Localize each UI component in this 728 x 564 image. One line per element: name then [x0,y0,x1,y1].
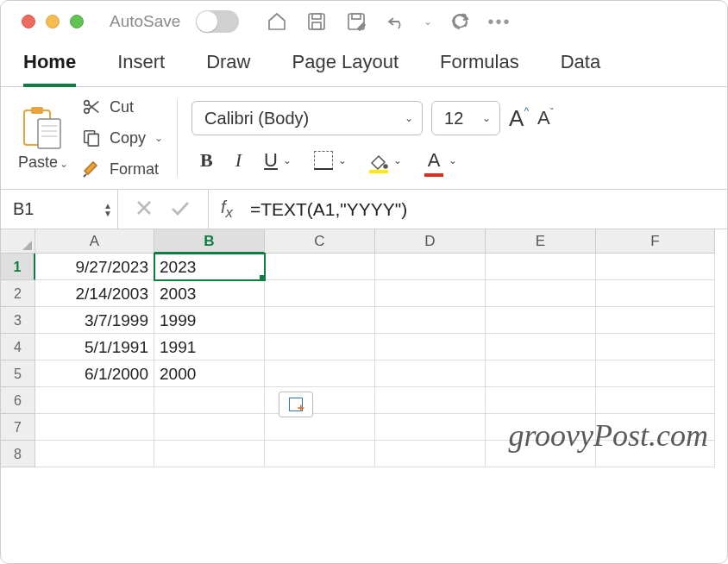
cell[interactable]: 2000 [154,360,265,387]
row-header[interactable]: 5 [1,360,35,387]
cell[interactable] [596,360,715,387]
tab-insert[interactable]: Insert [117,51,165,86]
fx-label[interactable]: fx [209,197,245,222]
decrease-font-icon[interactable]: Aˇ [537,107,554,129]
cell[interactable] [596,334,715,360]
maximize-window[interactable] [70,15,84,28]
cell[interactable] [486,307,596,334]
row-header[interactable]: 1 [1,254,35,280]
underline-button[interactable]: U ⌄ [264,149,292,172]
cell[interactable] [375,280,486,307]
home-icon[interactable] [265,9,289,34]
font-color-button[interactable]: A ⌄ [424,149,457,172]
cell[interactable] [375,414,486,441]
col-header-c[interactable]: C [265,229,375,254]
cell[interactable] [35,441,154,467]
cell[interactable]: 1999 [154,307,265,334]
accept-formula-icon[interactable] [170,199,191,220]
paste-button[interactable]: Paste⌄ [18,105,68,172]
cell[interactable] [596,254,715,280]
cell[interactable] [154,441,265,467]
cell[interactable] [486,334,596,360]
name-box[interactable]: B1 ▲▼ [1,190,118,229]
paste-icon [22,105,64,150]
select-all-corner[interactable] [1,229,35,254]
cell[interactable] [154,387,265,414]
col-header-d[interactable]: D [375,229,486,254]
cell[interactable] [265,441,375,467]
borders-button[interactable]: ⌄ [314,151,347,170]
cell[interactable]: 3/7/1999 [35,307,154,334]
font-name-select[interactable]: Calibri (Body) ⌄ [191,101,423,135]
tab-home[interactable]: Home [23,51,76,87]
format-painter-button[interactable]: Format [80,158,163,180]
undo-dropdown[interactable]: ⌄ [424,16,432,28]
minimize-window[interactable] [46,15,60,28]
save-icon[interactable] [304,9,329,34]
formula-input[interactable]: =TEXT(A1,"YYYY") [245,199,727,220]
cell[interactable]: 2003 [154,280,265,307]
cell[interactable]: 2/14/2003 [35,280,154,307]
cell[interactable]: 6/1/2000 [35,360,154,387]
italic-button[interactable]: I [235,149,242,172]
close-window[interactable] [22,15,35,28]
cell[interactable]: 9/27/2023 [35,254,154,280]
cell[interactable] [154,414,265,441]
font-size-select[interactable]: 12 ⌄ [431,101,500,135]
cell[interactable] [375,387,486,414]
cell[interactable] [265,360,375,387]
cut-button[interactable]: Cut [80,96,163,118]
row-header[interactable]: 7 [1,414,35,441]
titlebar: AutoSave ⌄ ••• [1,1,727,39]
col-header-f[interactable]: F [596,229,715,254]
cell[interactable] [265,307,375,334]
more-icon[interactable]: ••• [487,12,511,32]
cell[interactable] [375,307,486,334]
svg-point-11 [85,101,90,106]
cell[interactable] [265,254,375,280]
bold-button[interactable]: B [200,149,213,172]
cell[interactable]: 1991 [154,334,265,360]
cell[interactable] [265,280,375,307]
fill-color-button[interactable]: ⌄ [369,153,402,168]
cell[interactable] [486,360,596,387]
cell[interactable] [596,387,715,414]
cell[interactable] [265,414,375,441]
cell[interactable] [265,334,375,360]
save-edit-icon[interactable] [344,9,368,34]
col-header-e[interactable]: E [486,229,596,254]
increase-font-icon[interactable]: A^ [509,105,529,132]
cell[interactable] [375,254,486,280]
col-header-b[interactable]: B [154,229,265,254]
copy-button[interactable]: Copy ⌄ [80,127,163,149]
cell[interactable] [375,360,486,387]
row-header[interactable]: 8 [1,441,35,467]
cell[interactable] [375,334,486,360]
cell[interactable] [486,254,596,280]
cell[interactable] [596,280,715,307]
row-header[interactable]: 4 [1,334,35,360]
autosave-toggle[interactable] [196,10,239,33]
undo-icon[interactable] [384,9,408,34]
row-header[interactable]: 2 [1,280,35,307]
cell[interactable] [35,414,154,441]
cell[interactable] [486,280,596,307]
font-color-icon: A [424,149,443,172]
svg-rect-4 [352,14,361,19]
redo-icon[interactable] [448,9,472,34]
tab-page-layout[interactable]: Page Layout [292,51,399,86]
cell[interactable] [35,387,154,414]
tab-draw[interactable]: Draw [206,51,250,86]
cancel-formula-icon[interactable] [135,199,153,220]
cell[interactable]: 2023 [154,254,265,280]
tab-formulas[interactable]: Formulas [440,51,519,86]
paste-options-button[interactable] [279,392,313,417]
col-header-a[interactable]: A [35,229,154,254]
cell[interactable] [596,307,715,334]
cell[interactable]: 5/1/1991 [35,334,154,360]
cell[interactable] [486,387,596,414]
cell[interactable] [375,441,486,467]
tab-data[interactable]: Data [561,51,600,86]
row-header[interactable]: 3 [1,307,35,334]
row-header[interactable]: 6 [1,387,35,414]
